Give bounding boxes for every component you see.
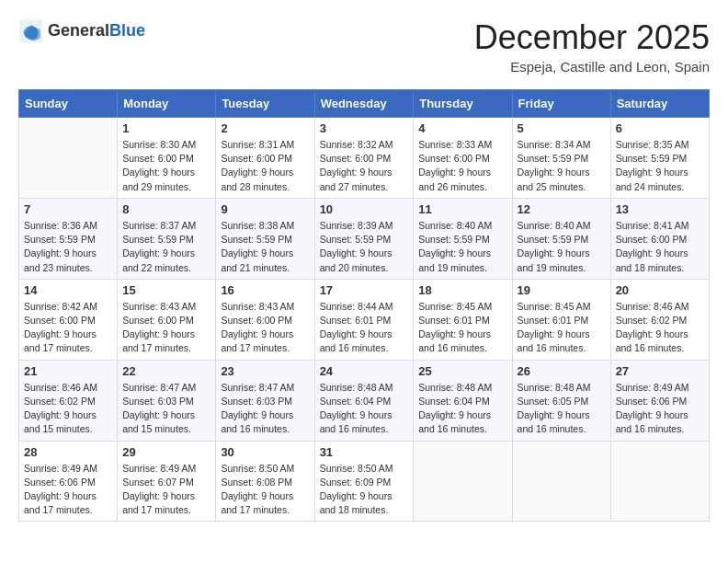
day-info: Sunrise: 8:49 AMSunset: 6:07 PMDaylight:… <box>122 462 210 518</box>
day-number: 4 <box>418 121 506 135</box>
day-info: Sunrise: 8:40 AMSunset: 5:59 PMDaylight:… <box>418 219 506 275</box>
day-number: 8 <box>122 202 210 216</box>
day-number: 11 <box>418 202 506 216</box>
day-info: Sunrise: 8:50 AMSunset: 6:09 PMDaylight:… <box>320 462 409 518</box>
calendar-cell <box>610 441 709 522</box>
day-info: Sunrise: 8:47 AMSunset: 6:03 PMDaylight:… <box>221 381 309 437</box>
month-title: December 2025 <box>474 18 710 57</box>
day-info: Sunrise: 8:36 AMSunset: 5:59 PMDaylight:… <box>24 219 112 275</box>
calendar-cell: 6Sunrise: 8:35 AMSunset: 5:59 PMDaylight… <box>610 118 709 199</box>
calendar-cell: 8Sunrise: 8:37 AMSunset: 5:59 PMDaylight… <box>118 198 216 279</box>
calendar-cell: 30Sunrise: 8:50 AMSunset: 6:08 PMDayligh… <box>216 441 314 522</box>
day-info: Sunrise: 8:34 AMSunset: 5:59 PMDaylight:… <box>518 138 606 194</box>
weekday-header: Monday <box>118 90 216 118</box>
calendar-cell: 26Sunrise: 8:48 AMSunset: 6:05 PMDayligh… <box>512 360 610 441</box>
day-info: Sunrise: 8:49 AMSunset: 6:06 PMDaylight:… <box>24 462 112 518</box>
calendar-cell: 7Sunrise: 8:36 AMSunset: 5:59 PMDaylight… <box>19 198 118 279</box>
calendar-week-row: 14Sunrise: 8:42 AMSunset: 6:00 PMDayligh… <box>19 279 710 360</box>
calendar-cell: 14Sunrise: 8:42 AMSunset: 6:00 PMDayligh… <box>19 279 118 360</box>
calendar-cell: 15Sunrise: 8:43 AMSunset: 6:00 PMDayligh… <box>118 279 216 360</box>
day-info: Sunrise: 8:38 AMSunset: 5:59 PMDaylight:… <box>221 219 309 275</box>
day-info: Sunrise: 8:49 AMSunset: 6:06 PMDaylight:… <box>616 381 704 437</box>
day-info: Sunrise: 8:32 AMSunset: 6:00 PMDaylight:… <box>320 138 409 194</box>
day-number: 29 <box>122 445 210 459</box>
day-number: 21 <box>24 364 112 378</box>
day-info: Sunrise: 8:39 AMSunset: 5:59 PMDaylight:… <box>320 219 409 275</box>
calendar-cell: 19Sunrise: 8:45 AMSunset: 6:01 PMDayligh… <box>512 279 610 360</box>
calendar-week-row: 7Sunrise: 8:36 AMSunset: 5:59 PMDaylight… <box>19 198 710 279</box>
day-info: Sunrise: 8:40 AMSunset: 5:59 PMDaylight:… <box>518 219 606 275</box>
calendar-cell: 9Sunrise: 8:38 AMSunset: 5:59 PMDaylight… <box>216 198 314 279</box>
weekday-header: Wednesday <box>314 90 414 118</box>
day-number: 15 <box>122 283 210 297</box>
day-info: Sunrise: 8:48 AMSunset: 6:04 PMDaylight:… <box>320 381 409 437</box>
day-info: Sunrise: 8:45 AMSunset: 6:01 PMDaylight:… <box>518 300 606 356</box>
day-number: 5 <box>518 121 606 135</box>
calendar-cell: 10Sunrise: 8:39 AMSunset: 5:59 PMDayligh… <box>314 198 414 279</box>
logo-icon <box>18 18 44 44</box>
weekday-header: Saturday <box>610 90 709 118</box>
calendar-week-row: 1Sunrise: 8:30 AMSunset: 6:00 PMDaylight… <box>19 118 710 199</box>
day-number: 13 <box>616 202 704 216</box>
calendar-cell: 2Sunrise: 8:31 AMSunset: 6:00 PMDaylight… <box>216 118 314 199</box>
calendar-cell: 18Sunrise: 8:45 AMSunset: 6:01 PMDayligh… <box>414 279 512 360</box>
day-info: Sunrise: 8:35 AMSunset: 5:59 PMDaylight:… <box>616 138 704 194</box>
day-info: Sunrise: 8:45 AMSunset: 6:01 PMDaylight:… <box>418 300 506 356</box>
day-number: 9 <box>221 202 309 216</box>
day-info: Sunrise: 8:30 AMSunset: 6:00 PMDaylight:… <box>122 138 210 194</box>
day-number: 30 <box>221 445 309 459</box>
day-number: 7 <box>24 202 112 216</box>
day-number: 10 <box>320 202 409 216</box>
calendar-cell: 3Sunrise: 8:32 AMSunset: 6:00 PMDaylight… <box>314 118 414 199</box>
calendar-header-row: SundayMondayTuesdayWednesdayThursdayFrid… <box>19 90 710 118</box>
day-number: 19 <box>518 283 606 297</box>
weekday-header: Tuesday <box>216 90 314 118</box>
day-info: Sunrise: 8:50 AMSunset: 6:08 PMDaylight:… <box>221 462 309 518</box>
calendar-cell <box>512 441 610 522</box>
day-number: 26 <box>518 364 606 378</box>
day-number: 1 <box>122 121 210 135</box>
calendar-cell: 21Sunrise: 8:46 AMSunset: 6:02 PMDayligh… <box>19 360 118 441</box>
day-number: 23 <box>221 364 309 378</box>
day-number: 14 <box>24 283 112 297</box>
day-number: 27 <box>616 364 704 378</box>
page-header: General Blue December 2025 Espeja, Casti… <box>18 18 710 75</box>
day-number: 18 <box>418 283 506 297</box>
calendar-cell: 27Sunrise: 8:49 AMSunset: 6:06 PMDayligh… <box>610 360 709 441</box>
calendar-cell: 24Sunrise: 8:48 AMSunset: 6:04 PMDayligh… <box>314 360 414 441</box>
calendar-cell: 28Sunrise: 8:49 AMSunset: 6:06 PMDayligh… <box>19 441 118 522</box>
calendar-cell: 29Sunrise: 8:49 AMSunset: 6:07 PMDayligh… <box>118 441 216 522</box>
day-number: 12 <box>518 202 606 216</box>
day-number: 3 <box>320 121 409 135</box>
day-number: 25 <box>418 364 506 378</box>
day-number: 22 <box>122 364 210 378</box>
day-number: 20 <box>616 283 704 297</box>
calendar-cell: 4Sunrise: 8:33 AMSunset: 6:00 PMDaylight… <box>414 118 512 199</box>
calendar-cell: 1Sunrise: 8:30 AMSunset: 6:00 PMDaylight… <box>118 118 216 199</box>
calendar-cell: 5Sunrise: 8:34 AMSunset: 5:59 PMDaylight… <box>512 118 610 199</box>
title-block: December 2025 Espeja, Castille and Leon,… <box>474 18 710 75</box>
calendar-cell: 16Sunrise: 8:43 AMSunset: 6:00 PMDayligh… <box>216 279 314 360</box>
calendar-cell: 31Sunrise: 8:50 AMSunset: 6:09 PMDayligh… <box>314 441 414 522</box>
day-info: Sunrise: 8:48 AMSunset: 6:05 PMDaylight:… <box>518 381 606 437</box>
day-number: 28 <box>24 445 112 459</box>
calendar-table: SundayMondayTuesdayWednesdayThursdayFrid… <box>18 89 710 522</box>
calendar-cell <box>19 118 118 199</box>
day-number: 16 <box>221 283 309 297</box>
location: Espeja, Castille and Leon, Spain <box>474 59 710 75</box>
day-info: Sunrise: 8:44 AMSunset: 6:01 PMDaylight:… <box>320 300 409 356</box>
calendar-cell: 22Sunrise: 8:47 AMSunset: 6:03 PMDayligh… <box>118 360 216 441</box>
day-info: Sunrise: 8:46 AMSunset: 6:02 PMDaylight:… <box>24 381 112 437</box>
day-info: Sunrise: 8:46 AMSunset: 6:02 PMDaylight:… <box>616 300 704 356</box>
day-info: Sunrise: 8:33 AMSunset: 6:00 PMDaylight:… <box>418 138 506 194</box>
calendar-cell: 23Sunrise: 8:47 AMSunset: 6:03 PMDayligh… <box>216 360 314 441</box>
weekday-header: Friday <box>512 90 610 118</box>
calendar-week-row: 28Sunrise: 8:49 AMSunset: 6:06 PMDayligh… <box>19 441 710 522</box>
calendar-week-row: 21Sunrise: 8:46 AMSunset: 6:02 PMDayligh… <box>19 360 710 441</box>
day-number: 24 <box>320 364 409 378</box>
weekday-header: Thursday <box>414 90 512 118</box>
calendar-cell: 17Sunrise: 8:44 AMSunset: 6:01 PMDayligh… <box>314 279 414 360</box>
calendar-cell: 12Sunrise: 8:40 AMSunset: 5:59 PMDayligh… <box>512 198 610 279</box>
calendar-cell <box>414 441 512 522</box>
day-info: Sunrise: 8:43 AMSunset: 6:00 PMDaylight:… <box>122 300 210 356</box>
